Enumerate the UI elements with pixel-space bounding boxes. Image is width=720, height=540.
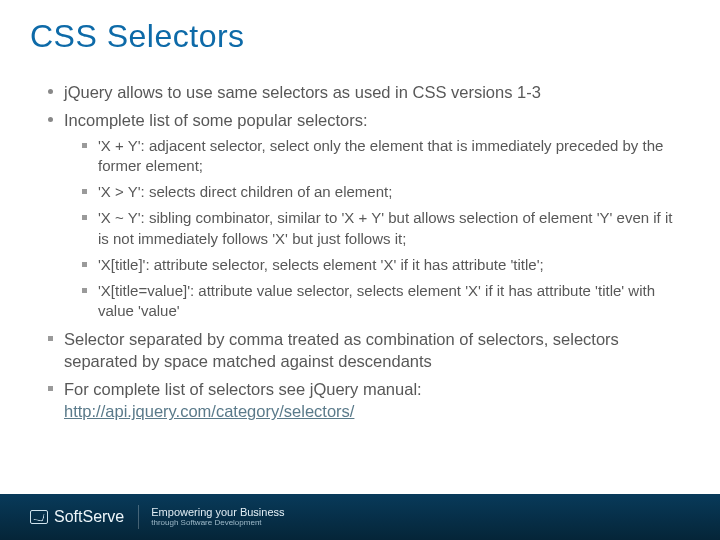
list-item: 'X ~ Y': sibling combinator, similar to … — [76, 208, 684, 249]
list-item-label: For complete list of selectors see jQuer… — [64, 380, 422, 398]
list-item: Incomplete list of some popular selector… — [48, 109, 684, 321]
logo-icon — [30, 510, 48, 524]
brand-name: SoftServe — [54, 508, 124, 526]
bullet-list: jQuery allows to use same selectors as u… — [48, 81, 684, 423]
tagline: Empowering your Business through Softwar… — [151, 507, 284, 528]
footer-bar: SoftServe Empowering your Business throu… — [0, 494, 720, 540]
tagline-main: Empowering your Business — [151, 507, 284, 518]
list-item: For complete list of selectors see jQuer… — [48, 378, 684, 423]
list-item: Selector separated by comma treated as c… — [48, 328, 684, 373]
content-area: jQuery allows to use same selectors as u… — [0, 55, 720, 494]
slide: CSS Selectors jQuery allows to use same … — [0, 0, 720, 540]
tagline-sub: through Software Development — [151, 518, 284, 528]
list-item: jQuery allows to use same selectors as u… — [48, 81, 684, 103]
page-title: CSS Selectors — [0, 0, 720, 55]
list-item: 'X[title]': attribute selector, selects … — [76, 255, 684, 275]
manual-link[interactable]: http://api.jquery.com/category/selectors… — [64, 402, 354, 420]
sub-bullet-list: 'X + Y': adjacent selector, select only … — [64, 136, 684, 322]
list-item: 'X > Y': selects direct children of an e… — [76, 182, 684, 202]
list-item: 'X[title=value]': attribute value select… — [76, 281, 684, 322]
list-item: 'X + Y': adjacent selector, select only … — [76, 136, 684, 177]
footer-divider — [138, 505, 139, 529]
list-item-label: Incomplete list of some popular selector… — [64, 111, 368, 129]
